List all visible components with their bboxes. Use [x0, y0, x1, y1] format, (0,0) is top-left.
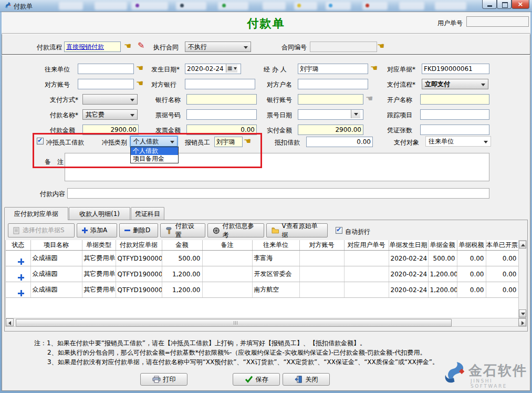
dropdown-option[interactable]: 个人借款 — [131, 147, 178, 155]
separator — [2, 54, 530, 55]
select-payment-doc-button: 选择付款单据S — [8, 223, 75, 237]
add-button[interactable]: 添加A — [77, 223, 117, 237]
save-button[interactable]: 保存 — [233, 373, 280, 386]
pay-target-combo[interactable]: 往来单位 — [425, 136, 491, 147]
vertical-scrollbar[interactable] — [518, 240, 527, 318]
hammer-icon — [165, 227, 173, 234]
track-project-field[interactable] — [420, 109, 489, 120]
exec-contract-combo[interactable]: 不执行 — [185, 42, 251, 52]
deduct-loan-field[interactable]: 0.00 — [306, 137, 373, 147]
scroll-left-button[interactable] — [6, 318, 14, 326]
minimize-button[interactable] — [482, 0, 497, 9]
user-doc-no-field[interactable] — [466, 16, 529, 27]
delete-button[interactable]: 删除D — [119, 223, 158, 237]
bill-no-field[interactable] — [186, 109, 257, 120]
party-holder-field[interactable] — [298, 79, 368, 89]
select-hand-icon[interactable]: ☚ — [377, 42, 384, 50]
edit-pen-icon[interactable]: ✎ — [138, 42, 144, 50]
offset-loan-checkbox[interactable] — [37, 138, 44, 144]
note-line-3: 3、如果是付款没有对应付款单据，请在付款名称中写明“XX预付款”、“XX订货款”… — [47, 358, 439, 367]
chevron-down-icon — [354, 113, 358, 116]
reimburse-emp-label: 报销员工 — [185, 138, 210, 147]
bank-name-field[interactable] — [186, 94, 257, 105]
note-line-1: 注：1、如果在付款中要“报销员工借款”，请在【冲抵员工借款】上打钩，并填写好【报… — [34, 339, 366, 348]
invoice-amount-label: 发票金额 — [155, 126, 181, 135]
horizontal-scrollbar[interactable] — [5, 318, 527, 327]
view-original-doc-button[interactable]: V查看原始单据 — [266, 223, 328, 237]
open-account-name-field[interactable] — [420, 94, 489, 105]
arrow-left-icon — [8, 321, 11, 325]
pay-flow-combo[interactable]: 立即支付 — [422, 79, 488, 89]
autowrap-label: 自动折行 — [345, 227, 370, 236]
print-button[interactable]: 打印 — [140, 373, 187, 386]
note-line-2: 2、如果执行的分包合同，那么可付款金额=付款基数*付款限额%-（应收履约保证金-… — [47, 348, 426, 357]
table-row[interactable]: 众成禧园其它费用单QTFYD190000047500.00李富海2020-02-… — [6, 251, 518, 266]
folder-icon — [272, 227, 279, 234]
printer-icon — [152, 376, 161, 383]
wheel-icon — [213, 227, 220, 234]
chevron-down-icon — [244, 46, 248, 49]
payment-info-reference-button[interactable]: 付款信息参考 — [207, 223, 264, 237]
offset-type-dropdown-list: 个人借款 项目备用金 — [130, 147, 179, 163]
payment-flow-field[interactable]: 直接报销付款 — [64, 42, 121, 52]
remark-textarea[interactable] — [65, 153, 489, 181]
table-row[interactable]: 众成禧园其它费用单QTFYD1900000481,200.00开发区管委会202… — [6, 266, 518, 282]
reimburse-emp-field[interactable]: 刘宇璐 — [214, 137, 243, 147]
bank-name-label: 银行名称 — [155, 96, 181, 105]
user-doc-no-label: 用户单号 — [437, 19, 463, 28]
scroll-right-button[interactable] — [518, 318, 526, 326]
party-bank-field[interactable] — [185, 79, 255, 89]
tab-voucher-subject[interactable]: 凭证科目 — [131, 207, 164, 220]
close-button[interactable]: × — [512, 0, 529, 9]
close-form-button[interactable]: 关闭 — [283, 373, 330, 386]
payable-docs-panel: 选择付款单据S 添加A 删除D 付款设置 付款信息参考 V查看原始单据 自动折行… — [4, 220, 528, 332]
bill-date-label: 票号日期 — [267, 111, 292, 120]
autowrap-checkbox[interactable] — [336, 227, 342, 234]
select-hand-icon[interactable]: ☚ — [136, 79, 143, 88]
app-logo-icon — [3, 2, 12, 10]
date-picker-button[interactable]: ▦ — [226, 64, 237, 73]
arrow-right-icon — [521, 321, 524, 325]
arrow-down-icon — [521, 313, 525, 315]
scroll-down-button[interactable] — [519, 309, 526, 317]
select-hand-icon[interactable]: ☚ — [370, 64, 378, 73]
chevron-down-icon — [130, 114, 134, 117]
offset-type-label: 冲抵类别 — [102, 138, 127, 147]
pay-name-combo[interactable]: 其它费 — [82, 109, 138, 120]
pay-amount-field: 2900.00 — [82, 125, 139, 135]
tab-payee-detail[interactable]: 收款人明细(1) — [69, 207, 130, 220]
select-hand-icon[interactable]: ☚ — [244, 137, 251, 146]
table-row[interactable]: 众成禧园其它费用单QTFYD1900000441,200.00南方航空2020-… — [6, 282, 518, 298]
pay-method-combo[interactable] — [82, 94, 138, 105]
invoice-amount-field: 0.00 — [186, 125, 257, 135]
remark-label: 备 注 — [45, 158, 64, 167]
partner-field[interactable] — [78, 64, 134, 74]
tab-payable-docs[interactable]: 应付款对应单据 — [4, 207, 68, 220]
pay-content-field[interactable] — [67, 188, 489, 199]
voucher-count-field[interactable] — [420, 125, 489, 135]
track-project-label: 跟踪项目 — [387, 111, 412, 120]
open-account-name-label: 开户名称 — [387, 96, 412, 105]
handler-field[interactable]: 刘宇璐 — [298, 64, 368, 74]
dropdown-option[interactable]: 项目备用金 — [131, 155, 178, 163]
select-hand-icon[interactable]: ☚ — [136, 64, 143, 73]
bill-date-dropdown-button[interactable] — [351, 110, 360, 118]
select-hand-icon[interactable]: ☚ — [124, 42, 131, 50]
doc-no-field[interactable]: FKD190000061 — [422, 64, 489, 74]
maximize-button[interactable] — [497, 0, 512, 9]
chevron-down-icon — [170, 141, 174, 143]
select-hand-icon-disabled: ☚ — [366, 95, 373, 103]
party-holder-label: 对方户名 — [267, 80, 292, 89]
calendar-icon: ▦ — [227, 65, 232, 71]
deduct-loan-label: 抵扣借款 — [275, 138, 300, 147]
logo-name: 金石软件 — [468, 361, 527, 380]
scroll-up-button[interactable] — [519, 241, 526, 249]
payment-settings-button[interactable]: 付款设置 — [160, 223, 205, 237]
window-title: 付款单 — [14, 2, 33, 11]
bank-account-field[interactable] — [298, 94, 363, 105]
pay-method-label: 支付方式* — [50, 96, 78, 105]
offset-type-combo[interactable]: 个人借款 — [130, 136, 178, 147]
party-account-field[interactable] — [78, 79, 134, 89]
scrollbar-thumb[interactable] — [16, 319, 452, 327]
exec-contract-label: 执行合同 — [153, 43, 179, 52]
